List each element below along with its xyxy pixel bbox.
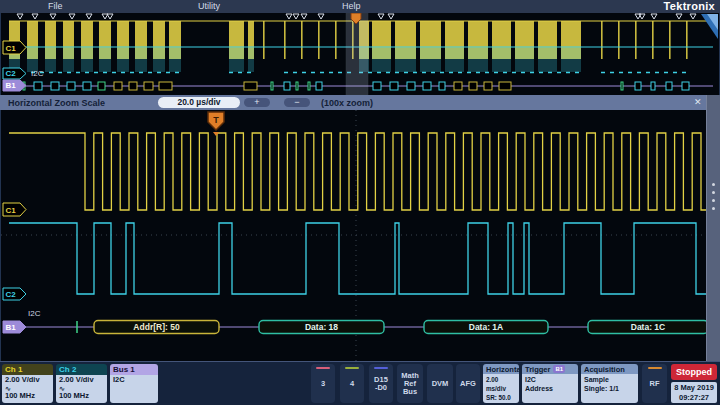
bus-decode-mini-box bbox=[316, 82, 322, 90]
overview-waveforms: C1C2B1I2C bbox=[1, 13, 719, 95]
bus-decode-mini-box bbox=[98, 82, 105, 90]
search-mark-icon bbox=[107, 14, 113, 19]
zoom-scale-value[interactable]: 20.0 µs/div bbox=[158, 97, 240, 108]
bus-decode-mini-box bbox=[390, 82, 398, 90]
bus-decode-mini-box bbox=[621, 82, 623, 90]
channel4-button-label: 4 bbox=[350, 380, 354, 388]
search-mark-icon bbox=[86, 14, 92, 19]
bus-decode-mini-box bbox=[129, 82, 137, 90]
stopped-button[interactable]: Stopped bbox=[671, 364, 717, 380]
bus-decode-mini-box bbox=[454, 82, 462, 90]
search-mark-icon bbox=[301, 14, 307, 19]
trigger-title: Trigger bbox=[525, 365, 550, 374]
trigger-type: I2C bbox=[525, 375, 578, 384]
search-mark-icon bbox=[676, 14, 682, 19]
search-mark-icon bbox=[293, 14, 299, 19]
bus-decode-mini-box bbox=[469, 82, 477, 90]
scl-pulse bbox=[601, 21, 603, 59]
channel2-badge[interactable]: Ch 2 2.00 V/div ∿ 100 MHz bbox=[56, 364, 107, 403]
zoom-window-highlight[interactable] bbox=[346, 13, 368, 95]
search-mark-icon bbox=[378, 14, 384, 19]
bus-decode-mini-box bbox=[651, 82, 655, 90]
waveform-overview-panel[interactable]: C1C2B1I2C bbox=[0, 13, 720, 95]
drag-handle-dot bbox=[712, 191, 715, 194]
bus-decode-mini-box bbox=[244, 82, 257, 90]
zoom-out-button[interactable]: − bbox=[284, 98, 310, 107]
scl-pulse bbox=[669, 21, 671, 59]
bus-label: Bus bbox=[403, 388, 417, 396]
bus-decode-mini-box bbox=[271, 82, 273, 90]
status-bar: Ch 1 2.00 V/div ∿ 100 MHz Ch 2 2.00 V/di… bbox=[0, 361, 720, 405]
digital-channels-button[interactable]: D15 -D0 bbox=[369, 364, 393, 403]
time-label: 09:27:27 bbox=[671, 393, 717, 403]
bus-decode-mini-box bbox=[635, 82, 641, 90]
scl-pulse bbox=[263, 21, 265, 59]
sda-burst bbox=[561, 48, 581, 72]
bus1-type: I2C bbox=[113, 376, 158, 385]
channel2-tag-overview-label: C2 bbox=[6, 69, 17, 78]
afg-label: AFG bbox=[460, 380, 476, 388]
sample-rate: SR: 50.0 MS/s bbox=[486, 393, 519, 403]
channel1-tag-overview-label: C1 bbox=[6, 44, 17, 53]
rf-label: RF bbox=[650, 380, 660, 388]
sda-burst bbox=[81, 48, 93, 72]
sda-burst bbox=[515, 48, 534, 72]
bus1-badge[interactable]: Bus 1 I2C bbox=[110, 364, 158, 403]
channel2-scale: 2.00 V/div bbox=[59, 376, 107, 385]
sda-burst bbox=[153, 48, 165, 72]
channel4-button[interactable]: 4 bbox=[340, 364, 364, 403]
sda-burst bbox=[169, 48, 181, 72]
zoom-waveform-panel[interactable]: Addr[R]: 50Data: 18Data: 1AData: 1CTC1C2… bbox=[0, 110, 720, 361]
trigger-t-label: T bbox=[213, 115, 219, 125]
sda-burst bbox=[45, 48, 56, 72]
digital-label-2: -D0 bbox=[375, 384, 387, 392]
trigger-panel[interactable]: TriggerB1 I2C Address bbox=[522, 364, 578, 403]
sda-burst bbox=[372, 48, 391, 72]
drag-handle-dot bbox=[712, 207, 715, 210]
channel1-tag-zoom-label: C1 bbox=[6, 206, 17, 215]
date-label: 8 May 2019 bbox=[671, 383, 717, 393]
side-panel-handle[interactable] bbox=[706, 95, 720, 361]
scl-pulse bbox=[618, 21, 620, 59]
bus-decode-mini-box bbox=[159, 82, 172, 90]
math-ref-bus-button[interactable]: Math Ref Bus bbox=[397, 364, 423, 403]
menu-utility[interactable]: Utility bbox=[198, 1, 220, 11]
close-zoom-icon[interactable]: ✕ bbox=[694, 97, 702, 107]
dvm-label: DVM bbox=[432, 380, 449, 388]
bus-decode-label: Data: 1A bbox=[469, 322, 503, 332]
horizontal-panel[interactable]: Horizontal 2.00 ms/div SR: 50.0 MS/s RL:… bbox=[483, 364, 519, 403]
bus-decode-mini-box bbox=[439, 82, 445, 90]
channel1-badge[interactable]: Ch 1 2.00 V/div ∿ 100 MHz bbox=[2, 364, 53, 403]
dvm-button[interactable]: DVM bbox=[427, 364, 453, 403]
sda-burst bbox=[63, 48, 74, 72]
sda-zoom-trace bbox=[9, 223, 713, 294]
bus-decode-mini-box bbox=[407, 82, 415, 90]
bus-decode-mini-box bbox=[296, 82, 298, 90]
digital-color-bar bbox=[374, 367, 388, 369]
menu-file[interactable]: File bbox=[48, 1, 63, 11]
bus-decode-mini-box bbox=[682, 82, 689, 90]
scl-pulse bbox=[318, 21, 320, 59]
rf-button[interactable]: RF bbox=[642, 364, 667, 403]
sda-burst bbox=[395, 48, 416, 72]
bus-decode-mini-box bbox=[144, 82, 153, 90]
afg-button[interactable]: AFG bbox=[456, 364, 480, 403]
bus-decode-mini-box bbox=[83, 82, 91, 90]
bus-decode-mini-box bbox=[284, 82, 290, 90]
channel3-button-label: 3 bbox=[321, 380, 325, 388]
datetime-display: 8 May 2019 09:27:27 bbox=[671, 382, 717, 403]
channel3-button[interactable]: 3 bbox=[311, 364, 335, 403]
acquisition-panel[interactable]: Acquisition Sample Single: 1/1 bbox=[581, 364, 638, 403]
sda-burst bbox=[117, 48, 129, 72]
bus-decode-label: Addr[R]: 50 bbox=[133, 322, 180, 332]
bus-type-label-overview: I2C bbox=[31, 69, 44, 78]
menu-help[interactable]: Help bbox=[342, 1, 361, 11]
bus-decode-mini-box bbox=[373, 82, 381, 90]
scl-pulse bbox=[335, 21, 337, 59]
bus1-tag-overview-label: B1 bbox=[6, 81, 17, 90]
bus-type-label-zoom: I2C bbox=[28, 309, 41, 318]
drag-handle-dot bbox=[712, 183, 715, 186]
zoom-in-button[interactable]: + bbox=[244, 98, 270, 107]
sda-burst bbox=[248, 48, 254, 72]
channel4-color-bar bbox=[345, 367, 359, 369]
